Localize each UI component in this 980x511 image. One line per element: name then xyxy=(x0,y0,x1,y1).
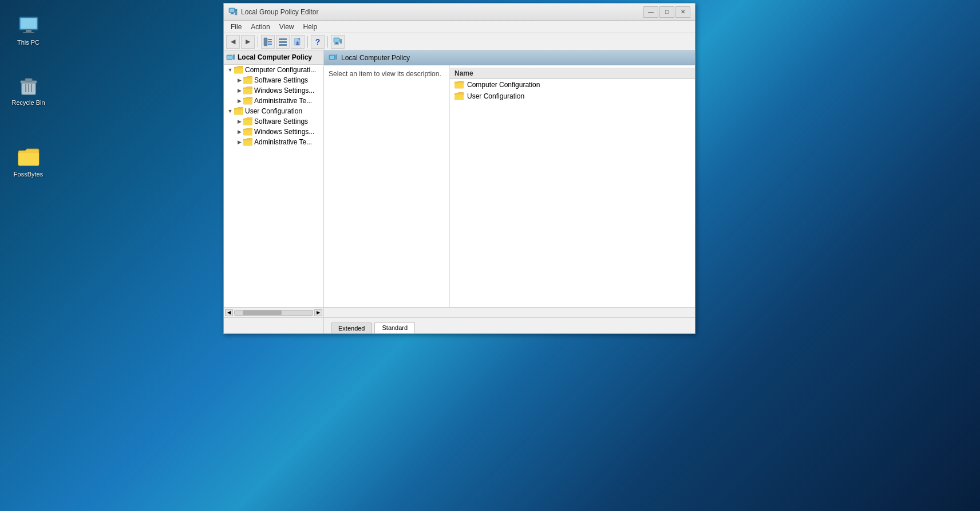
toolbar-forward-btn[interactable]: ▶ xyxy=(241,35,255,49)
desktop-icon-this-pc[interactable]: This PC xyxy=(7,11,50,48)
svg-rect-30 xyxy=(227,56,232,59)
tree-item-windows-settings-1[interactable]: ▶ Windows Settings... xyxy=(224,85,323,96)
fossbytes-folder-icon xyxy=(17,146,40,168)
menu-help[interactable]: Help xyxy=(299,22,322,32)
expand-arrow-computer-config: ▼ xyxy=(226,67,234,73)
tree-label-software-settings-1: Software Settings xyxy=(254,76,308,84)
desktop: This PC Recycle Bin FossBytes xyxy=(0,0,980,511)
tree-hscroll: ◀ ▶ xyxy=(224,308,324,317)
tree-item-admin-templates-1[interactable]: ▶ Administrative Te... xyxy=(224,96,323,106)
right-hscroll-spacer xyxy=(324,308,695,317)
hscroll-track[interactable] xyxy=(234,310,313,316)
desktop-icon-recycle-bin[interactable]: Recycle Bin xyxy=(7,72,50,108)
close-button[interactable]: ✕ xyxy=(675,6,690,18)
menu-file[interactable]: File xyxy=(226,22,246,32)
list-column-header-name: Name xyxy=(450,68,695,79)
tree-item-software-settings-2[interactable]: ▶ Software Settings xyxy=(224,116,323,127)
right-panel-body: Select an item to view its description. … xyxy=(324,65,695,307)
tree-status-area xyxy=(224,318,324,333)
list-header-name-label: Name xyxy=(455,69,473,77)
folder-icon-admin-templates-2 xyxy=(243,138,252,146)
right-panel-header-text: Local Computer Policy xyxy=(341,54,410,62)
menu-action[interactable]: Action xyxy=(246,22,274,32)
export-icon xyxy=(293,37,302,46)
hscroll-left-btn[interactable]: ◀ xyxy=(225,309,233,316)
gpe-window: Local Group Policy Editor — □ ✕ File Act… xyxy=(223,3,696,334)
svg-rect-16 xyxy=(264,38,267,46)
tree-item-admin-templates-2[interactable]: ▶ Administrative Te... xyxy=(224,137,323,147)
menu-view[interactable]: View xyxy=(275,22,299,32)
svg-rect-18 xyxy=(268,41,272,42)
toolbar-separator-1 xyxy=(258,36,258,48)
folder-icon-windows-settings-2 xyxy=(243,128,252,136)
folder-icon-user-config xyxy=(234,107,243,115)
tree-item-windows-settings-2[interactable]: ▶ Windows Settings... xyxy=(224,127,323,137)
folder-icon-windows-settings-1 xyxy=(243,87,252,95)
monitor-icon xyxy=(17,14,40,37)
svg-rect-25 xyxy=(334,38,339,42)
toolbar-list-btn[interactable] xyxy=(276,35,290,49)
svg-rect-11 xyxy=(230,9,234,12)
hscroll-right-btn[interactable]: ▶ xyxy=(314,309,322,316)
tab-extended[interactable]: Extended xyxy=(331,323,372,333)
list-item-label-computer-config: Computer Configuration xyxy=(467,81,540,89)
desktop-icon-fossbytes[interactable]: FossBytes xyxy=(7,143,50,180)
toolbar-help-btn[interactable]: ? xyxy=(311,35,325,49)
desktop-icon-this-pc-label: This PC xyxy=(17,39,39,46)
tree-label-user-config: User Configuration xyxy=(245,107,302,115)
toolbar-show-hide-btn[interactable] xyxy=(261,35,275,49)
tree-root[interactable]: Local Computer Policy xyxy=(224,50,323,65)
toolbar-export-btn[interactable] xyxy=(291,35,305,49)
svg-rect-19 xyxy=(268,44,272,45)
toolbar-separator-3 xyxy=(327,36,328,48)
svg-rect-3 xyxy=(23,32,34,33)
expand-arrow-windows-settings-1: ▶ xyxy=(235,88,243,93)
list-item-label-user-config: User Configuration xyxy=(467,92,524,100)
menubar: File Action View Help xyxy=(224,21,695,33)
list-folder-icon-computer-config xyxy=(455,81,464,89)
svg-rect-31 xyxy=(233,54,235,60)
right-panel: Local Computer Policy Select an item to … xyxy=(324,50,695,307)
list-folder-icon-user-config xyxy=(455,92,464,100)
svg-rect-2 xyxy=(26,30,31,32)
svg-rect-22 xyxy=(279,44,287,46)
expand-arrow-windows-settings-2: ▶ xyxy=(235,129,243,135)
svg-rect-20 xyxy=(279,38,287,40)
svg-rect-15 xyxy=(235,9,237,11)
list-item-user-config[interactable]: User Configuration xyxy=(450,91,695,102)
tree-label-computer-config: Computer Configurati... xyxy=(245,66,316,74)
minimize-button[interactable]: — xyxy=(643,6,658,18)
tab-standard[interactable]: Standard xyxy=(374,322,415,333)
svg-rect-21 xyxy=(279,41,287,43)
description-text: Select an item to view its description. xyxy=(329,70,441,78)
tree-root-label: Local Computer Policy xyxy=(238,53,312,61)
show-hide-icon xyxy=(263,37,272,46)
status-bar: Extended Standard xyxy=(224,317,695,333)
tree-item-user-config[interactable]: ▼ User Configuration xyxy=(224,106,323,116)
tree-panel: Local Computer Policy ▼ Computer Configu… xyxy=(224,50,324,307)
right-panel-header: Local Computer Policy xyxy=(324,50,695,65)
list-item-computer-config[interactable]: Computer Configuration xyxy=(450,79,695,91)
maximize-button[interactable]: □ xyxy=(659,6,674,18)
tree-label-admin-templates-2: Administrative Te... xyxy=(254,138,312,146)
tree-label-software-settings-2: Software Settings xyxy=(254,117,308,125)
svg-rect-33 xyxy=(330,56,334,59)
tabs-area: Extended Standard xyxy=(324,322,695,333)
window-body: Local Computer Policy ▼ Computer Configu… xyxy=(224,50,695,333)
list-icon xyxy=(278,37,287,46)
hscroll-thumb xyxy=(243,310,282,315)
toolbar-settings-btn[interactable] xyxy=(331,35,345,49)
svg-rect-17 xyxy=(268,39,272,40)
toolbar-back-btn[interactable]: ◀ xyxy=(226,35,240,49)
window-title-text: Local Group Policy Editor xyxy=(241,8,643,16)
hscroll-area: ◀ ▶ xyxy=(224,307,695,317)
tree-label-windows-settings-2: Windows Settings... xyxy=(254,128,314,136)
folder-icon-computer-config xyxy=(234,66,243,74)
list-pane: Name Computer Configuration xyxy=(450,65,695,307)
recycle-bin-icon xyxy=(17,74,40,97)
tree-item-computer-config[interactable]: ▼ Computer Configurati... xyxy=(224,65,323,75)
window-titlebar[interactable]: Local Group Policy Editor — □ ✕ xyxy=(224,3,695,21)
tree-item-software-settings-1[interactable]: ▶ Software Settings xyxy=(224,75,323,85)
expand-arrow-admin-templates-2: ▶ xyxy=(235,139,243,145)
right-panel-header-icon xyxy=(329,53,338,62)
